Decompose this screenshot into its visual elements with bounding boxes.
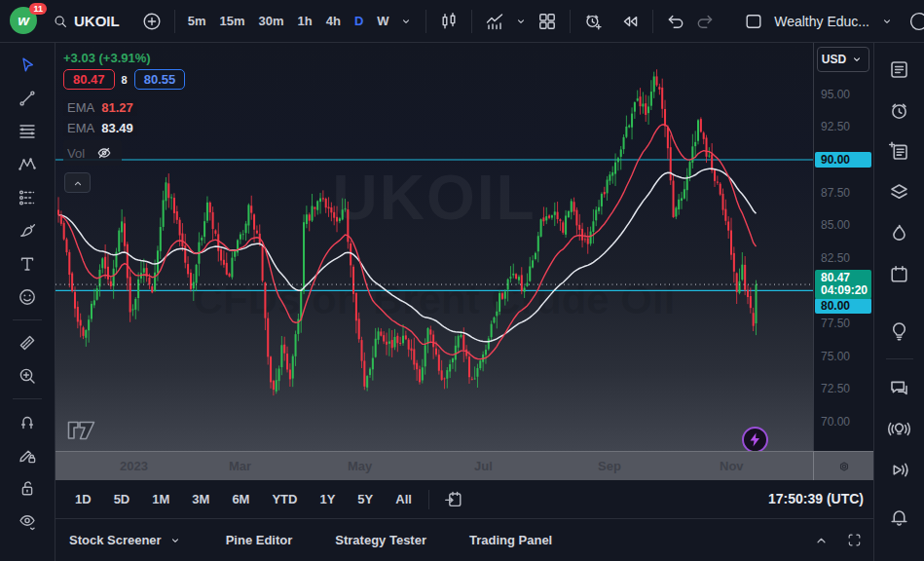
time-axis[interactable]: 2023MarMayJulSepNov [55, 451, 813, 480]
sidebar-streams[interactable] [880, 449, 919, 490]
undo-button[interactable] [661, 7, 690, 36]
bar-countdown: 04:09:20 [821, 284, 871, 297]
panel-expand-button[interactable] [812, 531, 831, 549]
range-All[interactable]: All [388, 488, 419, 510]
indicators-button[interactable] [480, 7, 509, 36]
price-tick: 77.50 [821, 317, 850, 330]
trend-line-icon [17, 88, 38, 109]
timeframe-W[interactable]: W [372, 11, 393, 31]
layout-grid-button[interactable] [533, 7, 562, 36]
range-1M[interactable]: 1M [145, 488, 176, 510]
range-6M[interactable]: 6M [225, 488, 256, 510]
sidebar-watchlist[interactable] [880, 49, 919, 90]
tool-draw-lock[interactable] [11, 438, 44, 471]
legend-collapse-button[interactable] [64, 172, 91, 193]
calendar-icon [887, 262, 911, 286]
go-to-date-button[interactable] [439, 485, 468, 514]
tool-text[interactable] [11, 247, 44, 280]
chart-style-button[interactable] [434, 7, 463, 36]
tool-projection[interactable] [11, 181, 44, 214]
chevron-down-icon [167, 533, 183, 548]
sidebar-ideas-stream[interactable] [880, 408, 919, 449]
axis-settings-corner[interactable] [813, 451, 873, 480]
sidebar-hotlists[interactable] [880, 212, 919, 253]
tool-hide-drawings[interactable] [11, 505, 44, 538]
redo-button[interactable] [690, 7, 720, 36]
tool-lock[interactable] [11, 471, 44, 505]
create-alert-button[interactable] [578, 7, 608, 36]
gear-icon [835, 458, 853, 475]
panel-trading-panel[interactable]: Trading Panel [469, 533, 552, 547]
chart-canvas[interactable]: UKOIL CFDs on Brent Crude Oil +3.03 (+3.… [55, 43, 813, 451]
currency-selector[interactable]: USD [817, 47, 869, 72]
range-5D[interactable]: 5D [107, 488, 137, 510]
compare-add-symbol-button[interactable] [137, 7, 166, 36]
sidebar-alerts[interactable] [880, 90, 919, 131]
sidebar-news[interactable] [880, 131, 919, 171]
range-5Y[interactable]: 5Y [351, 488, 380, 510]
timeframe-4h[interactable]: 4h [321, 11, 346, 31]
ema-fast-label: EMA [67, 100, 94, 115]
level-price-label: 90.00 [815, 152, 871, 168]
sidebar-calendar[interactable] [880, 253, 919, 294]
price-axis[interactable]: USD 95.0092.5087.5085.0082.5077.5075.007… [813, 43, 873, 451]
panel-strategy-tester[interactable]: Strategy Tester [335, 533, 426, 547]
sidebar-object-tree[interactable] [880, 171, 919, 212]
volume-legend-row[interactable]: Vol [63, 140, 122, 166]
sidebar-chat[interactable] [880, 367, 919, 408]
timeframe-15m[interactable]: 15m [214, 11, 249, 31]
toolbar-divider [13, 398, 42, 399]
notifications-icon [887, 505, 911, 529]
sidebar-ideas[interactable] [880, 310, 919, 351]
ema-fast-legend-row[interactable]: EMA 81.27 [63, 99, 137, 116]
tradingview-logo[interactable] [67, 419, 96, 445]
avatar[interactable] [905, 7, 924, 36]
account-dropdown-arrow[interactable] [875, 10, 899, 33]
sell-button[interactable]: 80.47 [63, 69, 115, 90]
fullscreen-button[interactable] [845, 531, 864, 549]
timeframe-30m[interactable]: 30m [254, 11, 289, 31]
tool-trend-line[interactable] [11, 82, 44, 115]
timeframe-1h[interactable]: 1h [293, 11, 317, 31]
account-name[interactable]: Wealthy Educ... [774, 14, 869, 29]
alert-add-icon [582, 11, 604, 32]
watchlist-icon [887, 57, 911, 82]
range-1Y[interactable]: 1Y [313, 488, 342, 510]
spread-value: 8 [122, 74, 128, 86]
panel-pine-editor[interactable]: Pine Editor [226, 533, 293, 547]
eye-hidden-icon[interactable] [94, 143, 114, 163]
price-tick: 72.50 [821, 382, 850, 395]
chart-legend: +3.03 (+3.91%) 80.47 8 80.55 EMA 81.27 E… [63, 51, 185, 169]
brush-icon [17, 220, 38, 242]
tool-magnet[interactable] [11, 405, 44, 438]
wealthy-education-logo[interactable]: w 11 [10, 7, 39, 36]
tool-zoom-in[interactable] [11, 359, 44, 393]
tool-cursor[interactable] [11, 49, 44, 82]
ema-slow-label: EMA [67, 121, 94, 135]
save-layout-icon[interactable] [739, 7, 768, 36]
timeframe-5m[interactable]: 5m [183, 11, 211, 31]
range-YTD[interactable]: YTD [265, 488, 304, 510]
price-tick: 70.00 [821, 415, 850, 429]
tool-brush[interactable] [11, 214, 44, 247]
timeframe-D[interactable]: D [350, 11, 368, 31]
tool-xabcd[interactable] [11, 148, 44, 181]
tool-ruler[interactable] [11, 326, 44, 359]
sidebar-notifications[interactable] [880, 496, 919, 537]
buy-button[interactable]: 80.55 [134, 69, 186, 90]
ema-slow-legend-row[interactable]: EMA 83.49 [63, 120, 137, 136]
bar-replay-button[interactable] [615, 7, 645, 36]
toolbar-divider [570, 10, 571, 33]
range-3M[interactable]: 3M [185, 488, 216, 510]
symbol-search-button[interactable]: UKOIL [49, 9, 124, 33]
hide-drawings-icon [17, 510, 38, 532]
panel-stock-screener[interactable]: Stock Screener [69, 533, 183, 548]
tool-fib[interactable] [11, 115, 44, 148]
ideas-stream-icon [887, 417, 911, 441]
indicators-dropdown-arrow[interactable] [509, 10, 533, 33]
lightning-boost-badge[interactable] [742, 427, 768, 453]
clock-utc[interactable]: 17:50:39 (UTC) [768, 491, 864, 506]
tool-emoji[interactable] [11, 280, 44, 314]
range-1D[interactable]: 1D [68, 488, 98, 510]
timeframe-dropdown-arrow[interactable] [394, 10, 418, 33]
